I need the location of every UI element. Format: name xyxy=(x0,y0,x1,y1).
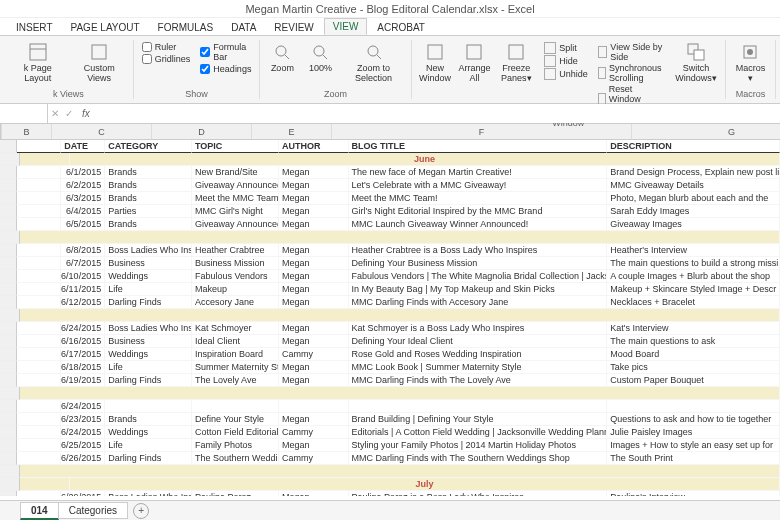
category-cell[interactable]: Brands xyxy=(105,218,192,231)
date-cell[interactable]: 6/24/2015 xyxy=(61,322,105,335)
date-cell[interactable]: 6/8/2015 xyxy=(61,244,105,257)
unhide-button[interactable]: Unhide xyxy=(544,68,588,80)
category-cell[interactable]: Boss Ladies Who Inspire xyxy=(105,491,192,496)
topic-cell[interactable]: Family Photos xyxy=(192,439,279,452)
row-header[interactable] xyxy=(0,205,17,218)
row-header[interactable] xyxy=(0,153,20,166)
row-header[interactable] xyxy=(0,465,20,478)
check-headings[interactable]: Headings xyxy=(200,64,251,74)
title-cell[interactable]: MMC Darling Finds with Accesory Jane xyxy=(349,296,608,309)
title-cell[interactable]: MMC Darling Finds with The Southern Wedd… xyxy=(349,452,608,465)
topic-cell[interactable]: Makeup xyxy=(192,283,279,296)
date-cell[interactable]: 6/26/2015 xyxy=(61,452,105,465)
title-cell[interactable]: In My Beauty Bag | My Top Makeup and Ski… xyxy=(349,283,608,296)
category-cell[interactable]: Brands xyxy=(105,166,192,179)
category-cell[interactable]: Brands xyxy=(105,192,192,205)
title-cell[interactable]: MMC Launch Giveaway Winner Announced! xyxy=(349,218,608,231)
desc-cell[interactable]: Questions to ask and how to tie together xyxy=(607,413,780,426)
formula-input[interactable] xyxy=(96,104,780,123)
row-header[interactable] xyxy=(0,478,20,491)
ribbon-tab-page-layout[interactable]: PAGE LAYOUT xyxy=(63,20,148,35)
category-cell[interactable]: Life xyxy=(105,439,192,452)
title-cell[interactable]: MMC Look Book | Summer Maternity Style xyxy=(349,361,608,374)
zoom-zoom-to-selection-button[interactable]: Zoom to Selection xyxy=(342,40,404,86)
topic-cell[interactable]: Inspiration Board xyxy=(192,348,279,361)
col-header-C[interactable]: C xyxy=(52,124,152,139)
category-cell[interactable]: Boss Ladies Who Inspire xyxy=(105,322,192,335)
row-header[interactable] xyxy=(0,491,17,496)
row-header[interactable] xyxy=(0,309,20,322)
row-header[interactable] xyxy=(0,361,17,374)
desc-cell[interactable]: Makeup + Skincare Styled Image + Descr xyxy=(607,283,780,296)
fx-label[interactable]: fx xyxy=(76,108,96,119)
desc-cell[interactable]: Images + How to style an easy set up for xyxy=(607,439,780,452)
row-header[interactable] xyxy=(0,400,17,413)
row-header[interactable] xyxy=(0,426,17,439)
desc-cell[interactable]: Custom Paper Bouquet xyxy=(607,374,780,387)
date-cell[interactable]: 6/19/2015 xyxy=(61,374,105,387)
author-cell[interactable]: Megan xyxy=(279,335,349,348)
author-cell[interactable]: Megan xyxy=(279,192,349,205)
month-label[interactable]: July xyxy=(70,478,780,491)
topic-cell[interactable]: The Southern Weddings Shop xyxy=(192,452,279,465)
topic-cell[interactable]: Meet the MMC Team xyxy=(192,192,279,205)
hide-button[interactable]: Hide xyxy=(544,55,588,67)
sheet-tab-014[interactable]: 014 xyxy=(20,502,59,520)
desc-cell[interactable]: Take pics xyxy=(607,361,780,374)
topic-cell[interactable]: Heather Crabtree xyxy=(192,244,279,257)
topic-cell[interactable]: MMC Girl's Night xyxy=(192,205,279,218)
author-cell[interactable]: Megan xyxy=(279,491,349,496)
title-cell[interactable]: Styling your Family Photos | 2014 Martin… xyxy=(349,439,608,452)
author-cell[interactable]: Megan xyxy=(279,322,349,335)
spreadsheet-grid[interactable]: DATE CATEGORY TOPIC AUTHOR BLOG TITLE DE… xyxy=(0,140,780,496)
topic-cell[interactable]: Business Mission xyxy=(192,257,279,270)
category-cell[interactable]: Darling Finds xyxy=(105,452,192,465)
title-cell[interactable]: Rose Gold and Roses Wedding Inspiration xyxy=(349,348,608,361)
title-cell[interactable] xyxy=(349,400,608,413)
title-cell[interactable]: Girl's Night Editorial Inspired by the M… xyxy=(349,205,608,218)
title-cell[interactable]: Defining Your Ideal Client xyxy=(349,335,608,348)
header-cell[interactable]: BLOG TITLE xyxy=(349,140,608,153)
date-cell[interactable]: 6/7/2015 xyxy=(61,257,105,270)
title-cell[interactable]: Paulina Perez is a Boss Lady Who Inspire… xyxy=(349,491,608,496)
synchronous-scrolling-button[interactable]: Synchronous Scrolling xyxy=(598,63,666,83)
title-cell[interactable]: Meet the MMC Team! xyxy=(349,192,608,205)
date-cell[interactable]: 6/4/2015 xyxy=(61,205,105,218)
row-header[interactable] xyxy=(0,335,17,348)
header-cell[interactable]: DESCRIPTION xyxy=(607,140,780,153)
topic-cell[interactable]: Giveaway Announced xyxy=(192,179,279,192)
category-cell[interactable]: Brands xyxy=(105,179,192,192)
author-cell[interactable]: Megan xyxy=(279,179,349,192)
row-header[interactable] xyxy=(0,283,17,296)
topic-cell[interactable]: Paulina Perez xyxy=(192,491,279,496)
topic-cell[interactable]: The Lovely Ave xyxy=(192,374,279,387)
author-cell[interactable]: Megan xyxy=(279,257,349,270)
author-cell[interactable]: Megan xyxy=(279,283,349,296)
row-header[interactable] xyxy=(0,387,20,400)
title-cell[interactable]: Fabulous Vendors | The White Magnolia Br… xyxy=(349,270,608,283)
title-cell[interactable]: Brand Building | Defining Your Style xyxy=(349,413,608,426)
ribbon-tab-view[interactable]: VIEW xyxy=(324,18,368,35)
ribbon-tab-insert[interactable]: INSERT xyxy=(8,20,61,35)
author-cell[interactable]: Megan xyxy=(279,374,349,387)
ribbon-tab-acrobat[interactable]: ACROBAT xyxy=(369,20,433,35)
desc-cell[interactable]: Brand Design Process, Explain new post l… xyxy=(607,166,780,179)
desc-cell[interactable]: Kat's Interview xyxy=(607,322,780,335)
date-cell[interactable]: 6/29/2015 xyxy=(61,491,105,496)
date-cell[interactable]: 6/3/2015 xyxy=(61,192,105,205)
accept-icon[interactable]: ✓ xyxy=(62,108,76,119)
col-header-D[interactable]: D xyxy=(152,124,252,139)
title-cell[interactable]: Defining Your Business Mission xyxy=(349,257,608,270)
row-header[interactable] xyxy=(0,257,17,270)
freeze-panes-button[interactable]: Freeze Panes▾ xyxy=(496,40,536,86)
category-cell[interactable]: Business xyxy=(105,257,192,270)
row-header[interactable] xyxy=(0,322,17,335)
zoom-100--button[interactable]: 100% xyxy=(304,40,336,76)
desc-cell[interactable]: The South Print xyxy=(607,452,780,465)
desc-cell[interactable]: The main questions to ask xyxy=(607,335,780,348)
author-cell[interactable]: Cammy xyxy=(279,426,349,439)
topic-cell[interactable] xyxy=(192,400,279,413)
header-cell[interactable]: DATE xyxy=(61,140,105,153)
category-cell[interactable]: Boss Ladies Who Inspire xyxy=(105,244,192,257)
category-cell[interactable]: Weddings xyxy=(105,270,192,283)
